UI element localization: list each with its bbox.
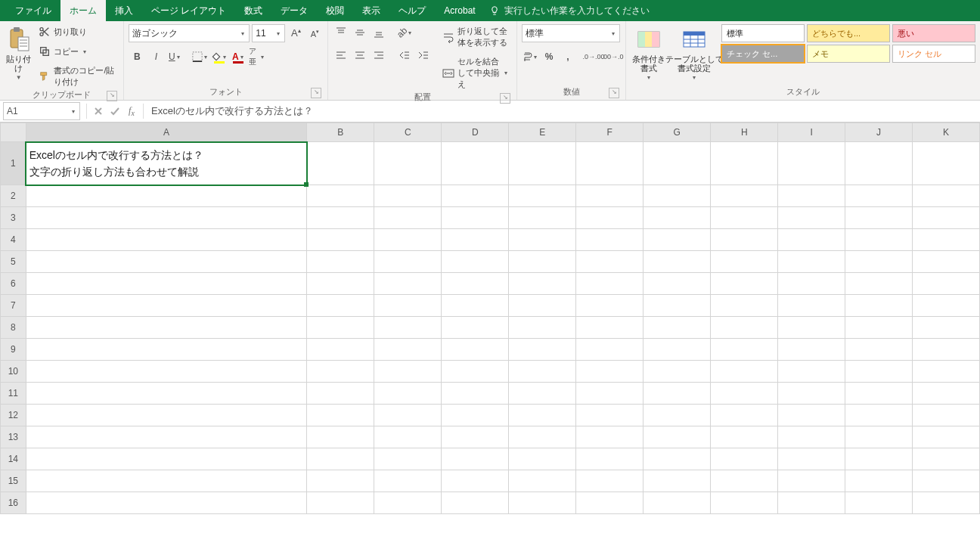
cell-K5[interactable] [912,251,979,273]
cell-A9[interactable] [26,339,307,361]
insert-function-button[interactable]: fx [123,103,140,119]
cell-K7[interactable] [912,295,979,317]
decrease-indent-button[interactable] [396,47,413,64]
cell-B9[interactable] [307,339,374,361]
cell-A4[interactable] [26,229,307,251]
cell-J13[interactable] [845,426,913,448]
cell-C6[interactable] [374,273,442,295]
phonetic-guide-button[interactable]: ア亜▾ [249,48,265,65]
cell-D15[interactable] [442,470,509,492]
font-size-select[interactable]: 11▾ [252,24,285,42]
cell-G15[interactable] [644,470,711,492]
cell-B6[interactable] [307,273,374,295]
cell-I14[interactable] [778,448,845,470]
cell-F5[interactable] [576,251,644,273]
cell-J14[interactable] [845,448,913,470]
cell-F4[interactable] [576,229,644,251]
column-header[interactable]: I [778,123,845,142]
cell-K11[interactable] [912,383,979,405]
cell-B15[interactable] [307,470,374,492]
cell-E14[interactable] [509,448,576,470]
tab-view[interactable]: 表示 [353,0,389,21]
cell-A15[interactable] [26,470,307,492]
cell-E6[interactable] [509,273,576,295]
cell-A5[interactable] [26,251,307,273]
cell-D2[interactable] [442,185,509,207]
cell-H11[interactable] [711,383,778,405]
cell-J12[interactable] [845,405,913,426]
cell-F10[interactable] [576,361,644,383]
cell-I8[interactable] [778,317,845,339]
cell-F6[interactable] [576,273,644,295]
underline-button[interactable]: U▾ [166,48,183,65]
cell-H16[interactable] [711,492,778,514]
cell-A3[interactable] [26,207,307,229]
worksheet-grid[interactable]: ABCDEFGHIJK1Excelのセル内で改行する方法とは？ 文字の折り返し方… [0,122,980,552]
row-header[interactable]: 3 [1,207,26,229]
cell-K8[interactable] [912,317,979,339]
cell-styles-gallery[interactable]: 標準どちらでも...悪い チェック セ...メモリンク セル [721,24,975,63]
orientation-button[interactable]: ab▾ [396,24,413,41]
format-painter-button[interactable]: 書式のコピー/貼り付け [36,64,119,89]
accounting-format-button[interactable]: ▾ [522,48,538,65]
cell-A16[interactable] [26,492,307,514]
formula-input[interactable] [147,103,980,119]
cell-F8[interactable] [576,317,644,339]
cell-A6[interactable] [26,273,307,295]
tab-home[interactable]: ホーム [60,0,106,21]
cell-K1[interactable] [912,142,979,185]
cell-F16[interactable] [576,492,644,514]
cell-E16[interactable] [509,492,576,514]
cancel-formula-button[interactable] [90,103,107,119]
cell-E3[interactable] [509,207,576,229]
increase-font-button[interactable]: A▴ [287,25,304,42]
cell-F2[interactable] [576,185,644,207]
column-header[interactable]: A [26,123,307,142]
align-bottom-button[interactable] [371,24,387,41]
cell-F13[interactable] [576,426,644,448]
cell-C10[interactable] [374,361,442,383]
cell-C16[interactable] [374,492,442,514]
cell-K4[interactable] [912,229,979,251]
cell-J1[interactable] [845,142,913,185]
cell-K2[interactable] [912,185,979,207]
number-format-select[interactable]: 標準▾ [522,24,620,42]
cell-C13[interactable] [374,426,442,448]
paste-button[interactable]: 貼り付け ▼ [5,24,33,82]
column-header[interactable]: B [307,123,374,142]
cell-E10[interactable] [509,361,576,383]
cell-A14[interactable] [26,448,307,470]
cell-H3[interactable] [711,207,778,229]
cell-D11[interactable] [442,383,509,405]
column-header[interactable]: D [442,123,509,142]
row-header[interactable]: 15 [1,470,26,492]
row-header[interactable]: 1 [1,142,26,185]
cell-B12[interactable] [307,405,374,426]
cell-G8[interactable] [644,317,711,339]
cell-I15[interactable] [778,470,845,492]
cell-I7[interactable] [778,295,845,317]
cell-D10[interactable] [442,361,509,383]
row-header[interactable]: 5 [1,251,26,273]
row-header[interactable]: 13 [1,426,26,448]
borders-button[interactable]: ▾ [192,48,209,65]
cell-D7[interactable] [442,295,509,317]
cell-C12[interactable] [374,405,442,426]
cell-H8[interactable] [711,317,778,339]
cell-G1[interactable] [644,142,711,185]
cell-E9[interactable] [509,339,576,361]
cell-H9[interactable] [711,339,778,361]
cell-H6[interactable] [711,273,778,295]
row-header[interactable]: 10 [1,361,26,383]
cell-I1[interactable] [778,142,845,185]
merge-center-button[interactable]: セルを結合して中央揃え▾ [439,54,512,91]
cell-G2[interactable] [644,185,711,207]
cell-D3[interactable] [442,207,509,229]
cell-I16[interactable] [778,492,845,514]
tab-page-layout[interactable]: ページ レイアウト [142,0,235,21]
tab-formulas[interactable]: 数式 [235,0,271,21]
cell-D16[interactable] [442,492,509,514]
cell-F1[interactable] [576,142,644,185]
column-header[interactable]: K [912,123,979,142]
cell-G14[interactable] [644,448,711,470]
